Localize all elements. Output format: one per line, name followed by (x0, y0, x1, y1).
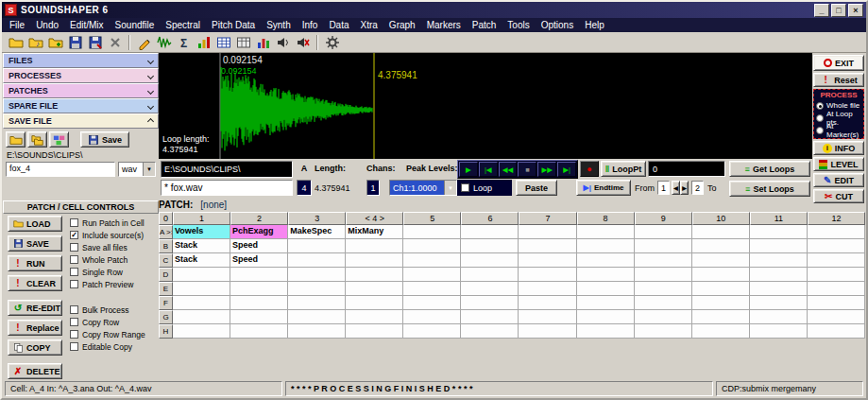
grid-cell[interactable]: PchExagg (230, 225, 288, 239)
levels-icon[interactable] (194, 33, 213, 51)
stop-button[interactable]: ■ (518, 162, 536, 177)
checkbox-box[interactable] (70, 330, 78, 339)
grid-cell[interactable] (288, 310, 346, 324)
looppt-value-field[interactable]: 0 (648, 161, 725, 177)
grid-icon[interactable] (213, 33, 233, 51)
re-edit-button[interactable]: ↺RE-EDIT (8, 300, 62, 316)
grid-col-header-1[interactable]: 1 (173, 212, 230, 225)
grid-col-header-0[interactable]: 0 (159, 212, 173, 225)
grid-cell[interactable] (173, 324, 230, 339)
grid-row-label[interactable]: E (159, 282, 173, 296)
sidebar-item-spare-file[interactable]: SPARE FILE (3, 98, 159, 113)
grid-cell[interactable] (403, 268, 461, 282)
checkbox-box[interactable] (70, 318, 78, 326)
grid-cell[interactable] (403, 282, 461, 296)
menu-pitch-data[interactable]: Pitch Data (206, 19, 261, 31)
checkbox-box[interactable] (70, 305, 78, 314)
grid-col-header-3[interactable]: 3 (288, 212, 346, 225)
sidebar-item-patches[interactable]: PATCHES (3, 83, 159, 98)
grid-cell[interactable] (519, 282, 576, 296)
load-button[interactable]: LOAD (8, 216, 62, 232)
grid-cell[interactable] (403, 296, 461, 310)
grid-cell[interactable] (808, 225, 865, 239)
browse-folder-button[interactable] (6, 131, 26, 148)
grid-cell[interactable] (461, 225, 519, 239)
grid-cell[interactable] (461, 239, 519, 253)
grid-col-header-7[interactable]: 7 (519, 212, 576, 225)
grid-cell[interactable] (346, 296, 403, 310)
grid-cell[interactable] (577, 239, 635, 253)
file-type-button[interactable] (49, 131, 69, 148)
menu-edit-mix[interactable]: Edit/Mix (64, 19, 110, 31)
rewind-button[interactable]: ◀◀ (499, 162, 518, 177)
delete-button[interactable]: ✗DELETE (8, 363, 62, 379)
grid-cell[interactable] (346, 253, 403, 268)
peak-level-select[interactable]: Ch1:1.0000▼ (389, 180, 457, 196)
grid-cell[interactable]: MixMany (346, 225, 403, 239)
grid-cell[interactable] (403, 310, 461, 324)
grid-row-label[interactable]: H (159, 324, 173, 339)
maximize-button[interactable]: □ (831, 4, 846, 17)
grid-cell[interactable]: Stack (173, 239, 230, 253)
grid-row-label[interactable]: D (159, 268, 173, 282)
folder-new-icon[interactable] (45, 33, 65, 51)
table-icon[interactable] (233, 33, 253, 51)
exit-button[interactable]: EXIT (813, 55, 864, 71)
checkbox-include-source-s[interactable]: ✓Include source(s) (70, 229, 159, 241)
menu-soundfile[interactable]: Soundfile (110, 19, 161, 31)
grid-cell[interactable] (808, 282, 865, 296)
gear-icon[interactable] (322, 33, 342, 51)
checkbox-box[interactable] (70, 268, 78, 276)
grid-cell[interactable] (230, 324, 288, 339)
grid-cell[interactable] (461, 324, 519, 339)
grid-cell[interactable] (519, 324, 576, 339)
set-loops-button[interactable]: ≡Set Loops (729, 181, 810, 197)
menu-data[interactable]: Data (323, 19, 354, 31)
grid-row-label[interactable]: C (159, 253, 173, 268)
grid-cell[interactable] (635, 282, 692, 296)
grid-cell[interactable] (346, 324, 403, 339)
grid-cell[interactable]: Speed (230, 253, 288, 268)
grid-col-header-5[interactable]: 5 (403, 212, 461, 225)
close-file-icon[interactable] (105, 33, 125, 51)
record-button[interactable]: ● (580, 161, 599, 177)
checkbox-copy-row-range[interactable]: Copy Row Range (70, 328, 159, 340)
looppt-button[interactable]: ‖LoopPt (601, 161, 646, 177)
grid-cell[interactable] (577, 268, 635, 282)
chevron-down-icon[interactable]: ▼ (444, 181, 456, 195)
grid-cell[interactable] (750, 282, 808, 296)
filename-input[interactable]: * fox.wav (161, 180, 293, 196)
grid-row-label[interactable]: F (159, 296, 173, 310)
grid-cell[interactable] (461, 253, 519, 268)
skip-start-button[interactable]: |◀ (479, 162, 498, 177)
grid-cell[interactable] (577, 296, 635, 310)
grid-cell[interactable] (635, 268, 692, 282)
grid-cell[interactable] (461, 268, 519, 282)
grid-col-header-6[interactable]: 6 (461, 212, 519, 225)
chevron-down-icon[interactable]: ▼ (143, 163, 155, 176)
replace-button[interactable]: !Replace (8, 320, 62, 336)
grid-cell[interactable]: Speed (230, 239, 288, 253)
close-button[interactable]: × (848, 4, 863, 17)
endtime-button[interactable]: ▶|Endtime (576, 180, 631, 196)
grid-cell[interactable] (692, 268, 750, 282)
menu-help[interactable]: Help (579, 19, 610, 31)
grid-cell[interactable] (577, 310, 635, 324)
grid-cell[interactable] (808, 324, 865, 339)
save-extension-select[interactable]: wav▼ (118, 162, 156, 177)
save-patch-button[interactable]: SAVE (8, 235, 62, 252)
get-loops-button[interactable]: ≡Get Loops (729, 161, 810, 177)
checkbox-box[interactable] (70, 342, 78, 351)
grid-cell[interactable] (230, 268, 288, 282)
chart-icon[interactable] (253, 33, 273, 51)
grid-cell[interactable] (750, 253, 808, 268)
grid-cell[interactable] (750, 225, 808, 239)
folder-open-icon[interactable] (6, 33, 26, 51)
grid-cell[interactable] (750, 324, 808, 339)
grid-col-header-10[interactable]: 10 (692, 212, 750, 225)
speaker-icon[interactable] (273, 33, 293, 51)
grid-cell[interactable] (403, 239, 461, 253)
save-icon[interactable] (65, 33, 85, 51)
grid-cell[interactable] (577, 225, 635, 239)
grid-cell[interactable] (577, 253, 635, 268)
